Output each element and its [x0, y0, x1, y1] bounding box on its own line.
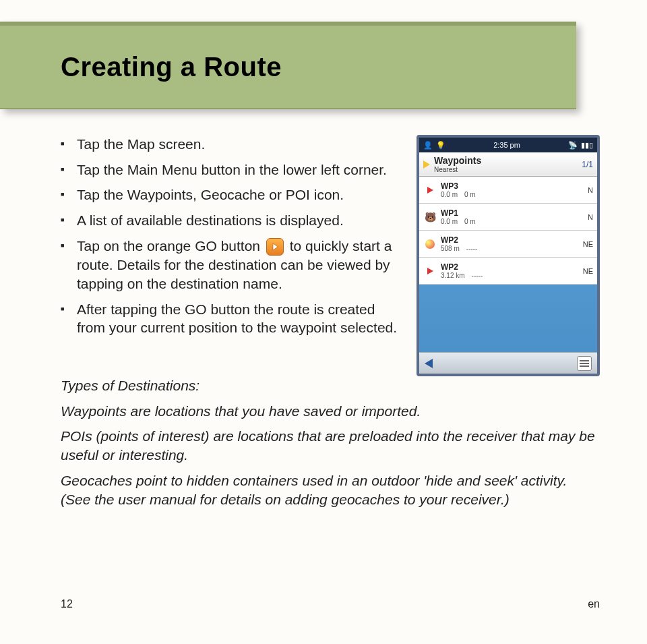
waypoint-dist1: 508 m: [441, 245, 460, 252]
waypoint-name: WP1: [441, 208, 584, 218]
status-bar: 👤 💡 2:35 pm 📡 ▮▮▯: [419, 138, 597, 152]
page-header-bar: Creating a Route: [0, 22, 576, 109]
waypoint-dist1: 0.0 m: [441, 191, 458, 198]
waypoint-row[interactable]: WP2 508 m----- NE: [419, 231, 597, 258]
waypoints-subtitle: Nearest: [434, 166, 481, 173]
waypoint-name: WP3: [441, 181, 584, 191]
satellite-icon: 📡: [568, 141, 578, 150]
bullet-item: Tap the Main Menu button in the lower le…: [61, 160, 398, 179]
waypoint-dir: N: [588, 213, 593, 221]
user-icon: 👤: [423, 141, 433, 150]
waypoint-row[interactable]: WP2 3.12 km----- NE: [419, 258, 597, 285]
waypoints-list: WP3 0.0 m0 m N 🐻 WP1 0.0 m0 m N: [419, 177, 597, 285]
flag-red-icon: [423, 264, 437, 278]
waypoint-name: WP2: [441, 235, 579, 245]
page-number: 12: [61, 598, 73, 610]
waypoint-dist2: -----: [466, 245, 478, 252]
waypoint-dist2: -----: [472, 272, 483, 279]
menu-list-button[interactable]: [577, 356, 592, 371]
device-background: [419, 285, 597, 352]
waypoint-row[interactable]: 🐻 WP1 0.0 m0 m N: [419, 204, 597, 231]
bullet-item: A list of available destinations is disp…: [61, 211, 398, 230]
bear-icon: 🐻: [423, 210, 437, 224]
waypoint-name: WP2: [441, 262, 579, 272]
flag-icon: [423, 160, 430, 169]
waypoint-dist1: 0.0 m: [441, 218, 458, 225]
waypoints-title: Waypoints: [434, 155, 481, 166]
device-bottom-bar: [419, 352, 597, 374]
page-footer: 12 en: [61, 598, 600, 610]
page-language: en: [588, 598, 600, 610]
bullet-go: Tap on the orange GO button to quickly s…: [61, 237, 398, 293]
flag-red-icon: [423, 183, 437, 197]
go-button-icon: [266, 238, 284, 256]
geocaches-definition: Geocaches point to hidden containers use…: [61, 471, 600, 508]
instructions-column: Tap the Map screen. Tap the Main Menu bu…: [61, 135, 398, 376]
svg-marker-0: [273, 243, 278, 250]
go-text-before: Tap on the orange GO button: [77, 238, 264, 254]
bullet-item: Tap the Map screen.: [61, 135, 398, 154]
page-title: Creating a Route: [61, 52, 282, 82]
bullet-item: After tapping the GO button the route is…: [61, 300, 398, 337]
device-screenshot: 👤 💡 2:35 pm 📡 ▮▮▯ Waypoints Nearest: [417, 135, 600, 376]
waypoint-dir: N: [588, 186, 593, 194]
back-button[interactable]: [425, 359, 433, 368]
content-area: Tap the Map screen. Tap the Main Menu bu…: [61, 135, 600, 515]
waypoint-dist1: 3.12 km: [441, 272, 465, 279]
signal-icon: ▮▮▯: [581, 141, 593, 150]
waypoint-row[interactable]: WP3 0.0 m0 m N: [419, 177, 597, 204]
waypoint-dir: NE: [583, 240, 593, 248]
waypoints-page: 1/1: [582, 160, 593, 169]
waypoints-header[interactable]: Waypoints Nearest 1/1: [419, 152, 597, 177]
waypoint-dist2: 0 m: [464, 218, 476, 225]
pois-definition: POIs (points of interest) are locations …: [61, 427, 600, 464]
waypoint-dist2: 0 m: [464, 191, 476, 198]
waypoints-definition: Waypoints are locations that you have sa…: [61, 402, 600, 421]
types-heading: Types of Destinations:: [61, 376, 600, 395]
waypoint-dir: NE: [583, 267, 593, 275]
balloon-icon: [423, 237, 437, 251]
bulb-icon: 💡: [436, 141, 445, 150]
bullet-item: Tap the Waypoints, Geocache or POI icon.: [61, 185, 398, 204]
screenshot-column: 👤 💡 2:35 pm 📡 ▮▮▯ Waypoints Nearest: [417, 135, 600, 376]
status-time: 2:35 pm: [493, 141, 520, 149]
